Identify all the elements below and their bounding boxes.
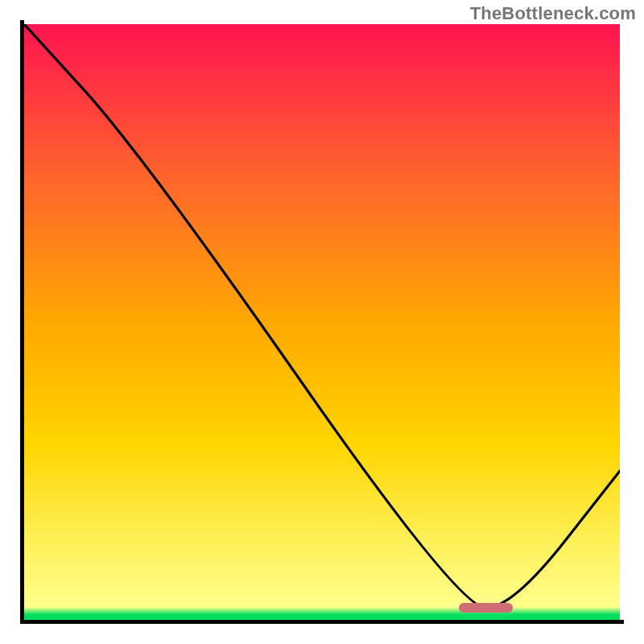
bottleneck-chart: TheBottleneck.com <box>0 0 644 644</box>
optimal-marker <box>459 603 513 613</box>
y-axis <box>20 20 24 624</box>
plot-area <box>24 24 620 620</box>
curve-layer <box>24 24 620 620</box>
bottleneck-curve <box>24 24 620 608</box>
x-axis <box>20 620 624 624</box>
watermark-text: TheBottleneck.com <box>470 3 636 24</box>
